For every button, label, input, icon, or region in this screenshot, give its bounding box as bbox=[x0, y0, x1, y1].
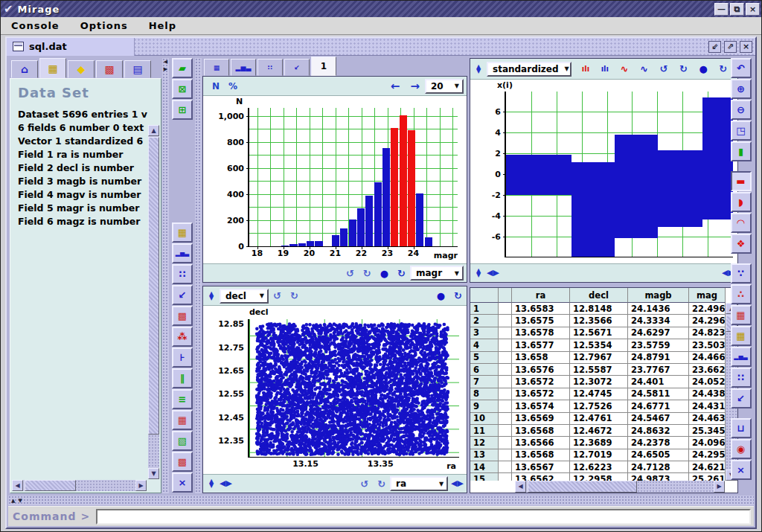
scroll-down-button[interactable]: ▼ bbox=[148, 468, 159, 479]
scroll-thumb[interactable] bbox=[25, 480, 76, 491]
table-row[interactable]: 913.657412.752624.677124.431 bbox=[470, 400, 726, 412]
histogram-plot[interactable]: 1819202122232402004006008001,000 bbox=[248, 108, 458, 247]
histogram-view-tab[interactable]: ▂▅▃ bbox=[231, 59, 256, 76]
spinner-down-icon[interactable]: ▼ bbox=[209, 484, 214, 488]
rotate-solid-icon[interactable]: ↻ bbox=[454, 290, 462, 301]
table-row[interactable]: 213.657512.356624.333424.296 bbox=[470, 315, 726, 327]
split-divider[interactable]: ◀ ▶ bbox=[162, 58, 169, 493]
collapse-up-icon[interactable]: ▲ bbox=[11, 498, 15, 504]
broadcast-icon[interactable]: ◉ bbox=[731, 439, 752, 459]
vector-spinner[interactable]: ▲ ▼ bbox=[473, 65, 484, 74]
scatter-window-icon[interactable]: ∷ bbox=[731, 368, 752, 388]
x-variable-spinner[interactable]: ▲ ▼ bbox=[205, 479, 217, 488]
exclude-points-icon[interactable]: × bbox=[731, 460, 752, 480]
column-header-ra[interactable]: ra bbox=[512, 288, 570, 303]
table-row[interactable]: 113.658312.814824.143622.496 bbox=[470, 303, 726, 315]
frame-title-bar[interactable]: sql.dat ⇙ ⇗ × bbox=[7, 38, 755, 56]
scroll-left-button[interactable]: ◀ bbox=[12, 480, 23, 491]
cart-icon[interactable]: ⊔ bbox=[731, 418, 752, 438]
frame-maximize-button[interactable]: ⇗ bbox=[724, 41, 737, 53]
frame-close-button[interactable]: × bbox=[740, 41, 752, 53]
pixel-map-icon[interactable]: ▦ bbox=[731, 305, 752, 325]
table-row[interactable]: 1413.656712.622324.712824.621 bbox=[470, 461, 726, 473]
scroll-right-button[interactable]: ▶ bbox=[135, 480, 147, 491]
notes-tab[interactable]: ▤ bbox=[124, 60, 151, 78]
pan-x-left-right[interactable]: ◀ ▶ bbox=[220, 480, 232, 487]
percent-toggle[interactable]: % bbox=[228, 81, 237, 92]
count-toggle[interactable]: N bbox=[212, 81, 220, 92]
bars-red-icon[interactable]: ılı bbox=[582, 65, 589, 73]
pan-left-icon[interactable]: ◀ bbox=[722, 269, 728, 277]
close-button[interactable]: × bbox=[746, 3, 760, 16]
command-input[interactable] bbox=[96, 509, 751, 525]
table-row[interactable]: 1313.656812.701924.650524.295 bbox=[470, 449, 726, 461]
tree-view-icon[interactable]: ⊦ bbox=[172, 347, 193, 368]
curve-blue-icon[interactable]: ∿ bbox=[640, 63, 648, 74]
restore-button[interactable]: ⧉ bbox=[730, 3, 744, 16]
pan-right-icon[interactable]: ▶ bbox=[458, 480, 464, 487]
range-spinner[interactable]: ▲ ▼ bbox=[473, 269, 484, 278]
rotate-dashed-right-icon[interactable]: ↻ bbox=[363, 268, 371, 279]
table-view-tab[interactable]: ▦ bbox=[204, 59, 229, 76]
spinner-down-icon[interactable]: ▼ bbox=[476, 69, 481, 74]
rotate-solid-icon[interactable]: ↻ bbox=[397, 268, 406, 279]
bars-blue-icon[interactable]: ılı bbox=[601, 65, 609, 73]
dataset-horizontal-scrollbar[interactable]: ◀ ▶ bbox=[12, 480, 147, 491]
split-divider-2[interactable] bbox=[195, 58, 202, 493]
color-classes-icon[interactable]: ∴ bbox=[731, 284, 752, 304]
line-view-icon[interactable]: ↙ bbox=[172, 285, 193, 305]
table-row[interactable]: 1213.656612.368924.237824.096 bbox=[470, 437, 726, 449]
parallel-columns-icon[interactable]: ‖ bbox=[172, 368, 193, 388]
rotate-dashed-left-icon[interactable]: ↺ bbox=[360, 478, 368, 490]
curve-red-icon[interactable]: ∿ bbox=[621, 63, 629, 74]
column-header-blank[interactable] bbox=[499, 288, 512, 303]
rotate-dashed-right-icon[interactable]: ↻ bbox=[679, 63, 688, 74]
bins-dropdown[interactable]: 20 ▼ bbox=[425, 79, 464, 94]
scatter-view-icon[interactable]: ∷ bbox=[172, 264, 193, 284]
histogram-window-icon[interactable]: ▂▅▃ bbox=[731, 347, 752, 367]
fill-circle-icon[interactable]: ● bbox=[699, 63, 707, 74]
close-view-icon[interactable]: × bbox=[172, 472, 193, 493]
fill-circle-icon[interactable]: ● bbox=[437, 290, 445, 301]
table-row[interactable]: 513.65812.796724.879124.466 bbox=[470, 352, 726, 364]
close-dataset-icon[interactable]: ⊠ bbox=[172, 79, 193, 99]
paint-rectangle-icon[interactable]: ▬ bbox=[731, 171, 752, 191]
expand-right-icon[interactable]: ▶ bbox=[162, 65, 169, 73]
zoom-in-icon[interactable]: ⊕ bbox=[731, 79, 752, 99]
image-view-icon[interactable]: ▩ bbox=[172, 306, 193, 326]
scatter-y-dropdown[interactable]: decl ▼ bbox=[220, 289, 269, 304]
undo-zoom-icon[interactable]: ↶ bbox=[731, 58, 752, 78]
table-row[interactable]: 313.657812.567124.629724.823 bbox=[470, 327, 726, 339]
home-tab[interactable]: ⌂ bbox=[11, 60, 38, 78]
dataset-vertical-scrollbar[interactable]: ▲ ▼ bbox=[148, 125, 159, 479]
select-points-icon[interactable]: ∵ bbox=[731, 263, 752, 283]
menu-console[interactable]: Console bbox=[11, 20, 60, 31]
bottom-split-divider[interactable]: ▲ ▼ bbox=[8, 496, 754, 505]
scroll-right-button[interactable]: ▶ bbox=[714, 481, 725, 493]
table-row[interactable]: 713.657212.307224.40124.052 bbox=[470, 376, 726, 388]
histogram-variable-dropdown[interactable]: magr ▼ bbox=[410, 266, 464, 281]
prev-variable-button[interactable]: ← bbox=[391, 80, 400, 93]
pan-left-icon[interactable]: ◀ bbox=[451, 480, 457, 487]
zoom-out-icon[interactable]: ⊖ bbox=[731, 100, 752, 120]
scroll-left-button[interactable]: ◀ bbox=[515, 481, 526, 493]
dataset-tab[interactable]: ▦ bbox=[39, 58, 66, 78]
column-header-magb[interactable]: magb bbox=[628, 288, 689, 303]
y-variable-spinner[interactable]: ▲ ▼ bbox=[205, 292, 217, 301]
rotate-dashed-left-icon[interactable]: ↺ bbox=[659, 63, 667, 74]
scroll-thumb[interactable] bbox=[528, 481, 637, 493]
line-view-tab[interactable]: ↙ bbox=[284, 59, 310, 76]
minimize-button[interactable]: — bbox=[714, 3, 729, 16]
data-table[interactable]: radeclmagbmag113.658312.814824.143622.49… bbox=[470, 288, 726, 481]
table-row[interactable]: 1113.656812.467224.863225.345 bbox=[470, 425, 726, 437]
rotate-dashed-left-icon[interactable]: ↺ bbox=[273, 290, 281, 301]
scatter-plot[interactable]: 13.1513.3512.3512.4512.5512.6512.7512.85 bbox=[248, 319, 459, 458]
pan-left-icon[interactable]: ◀ bbox=[220, 480, 225, 487]
column-header-blank[interactable] bbox=[470, 288, 499, 303]
rotate-dashed-right-icon[interactable]: ↻ bbox=[290, 290, 298, 301]
standardized-plot[interactable]: -6-4-20246 bbox=[505, 92, 733, 257]
color-blocks-icon[interactable]: ▦ bbox=[172, 410, 193, 430]
column-header-decl[interactable]: decl bbox=[570, 288, 628, 303]
pan-right-icon[interactable]: ▶ bbox=[225, 480, 231, 487]
table-row[interactable]: 613.657612.558723.776723.662 bbox=[470, 364, 726, 376]
